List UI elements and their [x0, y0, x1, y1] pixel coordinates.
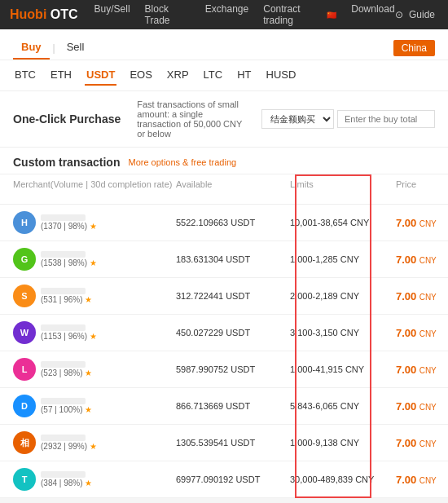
th-available: Available: [176, 179, 290, 199]
table-row: D (57 | 100%) ★ 866.713669 USDT 5,843-6,…: [0, 388, 448, 425]
guide-icon: ⊙: [395, 9, 403, 20]
merchant-info-5: (57 | 100%) ★: [41, 398, 92, 414]
one-click-purchase-section: One-Click Purchase Fast transactions of …: [0, 91, 448, 148]
price-unit-0: CNY: [419, 219, 437, 228]
table-row: H (1370 | 98%) ★ 5522.109663 USDT 10,001…: [0, 205, 448, 241]
currency-tabs: BTC ETH USDT EOS XRP LTC HT HUSD: [0, 60, 448, 91]
china-button[interactable]: China: [393, 40, 435, 56]
avatar-4: L: [13, 358, 36, 381]
price-value-4: 7.00: [396, 364, 416, 376]
merchant-stats-3: (1153 | 96%) ★: [41, 332, 97, 341]
limits-3: 3,100-3,150 CNY: [290, 328, 396, 338]
avatar-0: H: [13, 211, 36, 234]
nav-download[interactable]: Download: [351, 3, 394, 26]
price-value-5: 7.00: [396, 400, 416, 413]
nav-exchange[interactable]: Exchange: [205, 3, 248, 26]
custom-more-options[interactable]: More options & free trading: [128, 157, 236, 167]
one-click-amount-input[interactable]: [337, 110, 435, 128]
avatar-1: G: [13, 248, 36, 271]
merchant-stats-4: (523 | 98%) ★: [41, 368, 92, 377]
merchant-stats-0: (1370 | 98%) ★: [41, 222, 97, 231]
limits-7: 30,000-489,839 CNY: [290, 474, 396, 484]
available-0: 5522.109663 USDT: [176, 218, 290, 227]
header-nav: Buy/Sell Block Trade Exchange Contract t…: [94, 3, 395, 26]
merchant-name-5: [41, 398, 86, 404]
avatar-2: S: [13, 285, 36, 307]
tab-divider: |: [53, 42, 55, 54]
star-icon-5: ★: [85, 405, 92, 414]
limits-1: 1,000-1,285 CNY: [290, 254, 396, 264]
star-icon-0: ★: [90, 222, 97, 231]
merchant-info-6: (2932 | 99%) ★: [41, 435, 97, 451]
flag-icon: 🇨🇳: [327, 11, 336, 20]
limits-5: 5,843-6,065 CNY: [290, 401, 396, 411]
avatar-5: D: [13, 395, 36, 417]
custom-transaction-header: Custom transaction More options & free t…: [0, 148, 448, 174]
limits-2: 2,000-2,189 CNY: [290, 291, 396, 301]
nav-contract-trading[interactable]: Contract trading 🇨🇳: [263, 3, 336, 26]
table-row: G (1538 | 98%) ★ 183.631304 USDT 1,000-1…: [0, 241, 448, 278]
available-7: 69977.090192 USDT: [176, 474, 290, 484]
merchant-info-4: (523 | 98%) ★: [41, 361, 92, 377]
th-limits: Limits: [290, 179, 396, 199]
header-guide[interactable]: ⊙ Guide: [395, 9, 438, 20]
available-6: 1305.539541 USDT: [176, 438, 290, 448]
merchant-cell-1: G (1538 | 98%) ★: [13, 248, 176, 271]
limits-0: 10,001-38,654 CNY: [290, 218, 396, 227]
merchant-name-6: [41, 435, 86, 441]
price-cell-5: 7.00 CNY: [396, 400, 448, 413]
price-unit-7: CNY: [419, 476, 437, 485]
currency-xrp[interactable]: XRP: [165, 65, 191, 86]
nav-block-trade[interactable]: Block Trade: [145, 3, 191, 26]
price-value-6: 7.00: [396, 437, 416, 449]
currency-btc[interactable]: BTC: [13, 65, 37, 86]
price-cell-0: 7.00 CNY: [396, 217, 448, 229]
merchant-cell-0: H (1370 | 98%) ★: [13, 211, 176, 234]
limits-4: 1,000-41,915 CNY: [290, 364, 396, 374]
price-cell-4: 7.00 CNY: [396, 364, 448, 376]
price-unit-2: CNY: [419, 293, 437, 302]
one-click-select[interactable]: 结金额购买: [261, 109, 334, 129]
price-unit-6: CNY: [419, 439, 437, 448]
merchant-stats-1: (1538 | 98%) ★: [41, 258, 97, 267]
merchant-name-3: [41, 324, 86, 331]
header: Huobi OTC Buy/Sell Block Trade Exchange …: [0, 0, 448, 29]
merchant-name-7: [41, 471, 86, 478]
sell-tab[interactable]: Sell: [59, 36, 93, 60]
merchant-stats-6: (2932 | 99%) ★: [41, 442, 97, 451]
merchant-info-0: (1370 | 98%) ★: [41, 214, 97, 231]
price-value-0: 7.00: [396, 217, 416, 229]
currency-eth[interactable]: ETH: [49, 65, 73, 86]
transaction-table: Merchant(Volume | 30d completion rate) A…: [0, 174, 448, 498]
merchant-stats-5: (57 | 100%) ★: [41, 405, 92, 414]
table-row: L (523 | 98%) ★ 5987.990752 USDT 1,000-4…: [0, 351, 448, 388]
merchant-cell-3: W (1153 | 96%) ★: [13, 321, 176, 344]
currency-eos[interactable]: EOS: [128, 65, 153, 86]
price-unit-3: CNY: [419, 329, 437, 338]
merchant-cell-6: 相 (2932 | 99%) ★: [13, 431, 176, 454]
currency-usdt[interactable]: USDT: [85, 65, 116, 86]
buy-tab[interactable]: Buy: [13, 36, 50, 60]
available-4: 5987.990752 USDT: [176, 364, 290, 374]
price-unit-5: CNY: [419, 403, 437, 412]
merchant-stats-2: (531 | 96%) ★: [41, 295, 92, 304]
table-body: H (1370 | 98%) ★ 5522.109663 USDT 10,001…: [0, 205, 448, 498]
currency-ht[interactable]: HT: [235, 65, 253, 86]
available-3: 450.027229 USDT: [176, 328, 290, 338]
price-cell-1: 7.00 CNY: [396, 254, 448, 266]
nav-buy-sell[interactable]: Buy/Sell: [94, 3, 130, 26]
merchant-name-1: [41, 251, 86, 258]
currency-ltc[interactable]: LTC: [202, 65, 225, 86]
table-header: Merchant(Volume | 30d completion rate) A…: [0, 174, 448, 205]
price-cell-2: 7.00 CNY: [396, 290, 448, 302]
table-row: T (384 | 98%) ★ 69977.090192 USDT 30,000…: [0, 461, 448, 498]
available-1: 183.631304 USDT: [176, 254, 290, 264]
merchant-cell-5: D (57 | 100%) ★: [13, 395, 176, 417]
limits-6: 1,000-9,138 CNY: [290, 438, 396, 448]
merchant-info-7: (384 | 98%) ★: [41, 471, 92, 488]
merchant-name-0: [41, 214, 86, 221]
avatar-3: W: [13, 321, 36, 344]
merchant-info-3: (1153 | 96%) ★: [41, 324, 97, 341]
currency-husd[interactable]: HUSD: [265, 65, 298, 86]
star-icon-2: ★: [85, 295, 92, 304]
